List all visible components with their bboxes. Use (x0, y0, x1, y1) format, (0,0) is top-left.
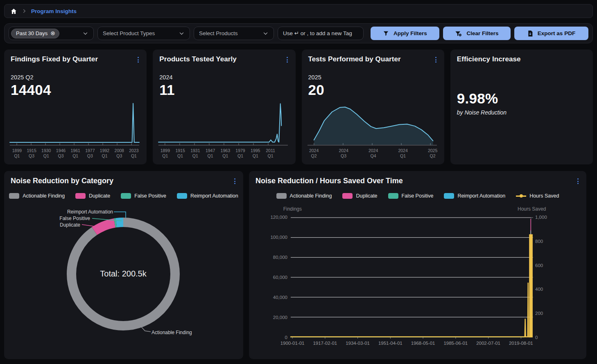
apply-filters-button[interactable]: Apply Filters (371, 27, 439, 40)
legend-swatch (342, 193, 353, 199)
legend-swatch (444, 193, 454, 199)
legend-item-duplicate[interactable]: Duplicate (75, 193, 110, 199)
card-title: Efficiency Increase (457, 55, 521, 63)
date-range-dropdown[interactable]: Past 30 Days ⊗ (9, 27, 94, 40)
legend-swatch (9, 193, 19, 199)
product-types-placeholder: Select Product Types (103, 30, 155, 36)
axis-tick-label: 1992Q1 (100, 148, 109, 159)
kebab-menu-icon[interactable] (136, 55, 140, 64)
axis-tick-label: 1963Q1 (221, 148, 230, 159)
right-axis-ticks: 1,0008006004002000 (535, 215, 564, 340)
axis-tick-label: 20,000 (273, 315, 287, 320)
card-findings-fixed: Findings Fixed by Quarter 2025 Q2 14404 … (4, 49, 147, 164)
axis-tick-label: 1899Q1 (12, 148, 22, 159)
panel-noise-hours-over-time: Noise Reduction / Hours Saved Over Time … (249, 171, 586, 359)
card-period: 2025 Q2 (11, 74, 140, 81)
kebab-menu-icon[interactable] (233, 177, 237, 186)
breadcrumb-separator-icon (21, 8, 27, 14)
legend-item-reimport-automation[interactable]: Reimport Automation (177, 193, 238, 199)
legend-item-actionable-finding[interactable]: Actionable Finding (9, 193, 65, 199)
panel-title: Noise Reduction / Hours Saved Over Time (256, 177, 403, 185)
tag-input[interactable] (278, 27, 364, 40)
home-icon[interactable] (10, 8, 17, 15)
clear-filters-button[interactable]: Clear Filters (443, 27, 511, 40)
axis-tick-label: 1934-03-01 (346, 340, 370, 346)
legend-item-false-positive[interactable]: False Positive (388, 193, 434, 199)
card-products-tested: Products Tested Yearly 2024 11 1899Q1191… (153, 49, 295, 164)
kebab-menu-icon[interactable] (434, 55, 438, 64)
axis-tick-label: 1900-01-01 (280, 340, 305, 346)
axis-tick-label: 2011Q1 (266, 148, 275, 159)
sparkline-x-labels: 1899Q11915Q31930Q11946Q31961Q11977Q31992… (10, 148, 142, 160)
card-period: 2024 (159, 74, 289, 81)
breadcrumb[interactable]: Program Insights (31, 8, 77, 14)
axis-tick-label: 1899Q1 (161, 148, 170, 159)
legend-swatch (75, 193, 86, 199)
legend-label: Actionable Finding (290, 193, 332, 199)
callout-duplicate: Duplicate (60, 222, 80, 228)
axis-tick-label: 1947Q1 (206, 148, 215, 159)
axis-tick-label: 60,000 (273, 275, 287, 280)
category-legend: Actionable FindingDuplicateFalse Positiv… (4, 193, 243, 199)
card-title: Tests Performed by Quarter (308, 55, 401, 63)
legend-item-duplicate[interactable]: Duplicate (342, 193, 377, 199)
axis-tick-label: 1930Q1 (41, 148, 51, 159)
card-value: 11 (159, 82, 289, 98)
timeseries-chart[interactable] (291, 218, 531, 337)
kebab-menu-icon[interactable] (285, 55, 289, 64)
area-chart (308, 105, 437, 146)
stat-cards-row: Findings Fixed by Quarter 2025 Q2 14404 … (4, 49, 593, 164)
legend-label: False Positive (402, 193, 434, 199)
axis-tick-label: 2002-07-01 (476, 340, 500, 346)
right-axis-title: Hours Saved (518, 206, 546, 212)
timeseries-x-labels: 1900-01-011917-02-011934-03-011951-04-01… (291, 340, 531, 348)
products-placeholder: Select Products (199, 30, 238, 36)
filter-icon (383, 30, 389, 36)
chevron-down-icon (179, 30, 185, 36)
chip-remove-icon[interactable]: ⊗ (50, 30, 55, 36)
callout-reimport-automation: Reimport Automation (67, 209, 113, 215)
sparkline-chart (158, 100, 288, 146)
axis-tick-label: 1985-06-01 (443, 340, 468, 346)
sparkline-x-labels: 1899Q11915Q11931Q11947Q11963Q11979Q11995… (158, 148, 290, 160)
legend-item-false-positive[interactable]: False Positive (121, 193, 166, 199)
legend-item-hours-saved[interactable]: Hours Saved (516, 193, 559, 199)
axis-tick-label: 1977Q3 (85, 148, 95, 159)
legend-line-dot-swatch (516, 193, 526, 199)
efficiency-value: 9.98% (457, 90, 586, 107)
legend-item-actionable-finding[interactable]: Actionable Finding (276, 193, 332, 199)
axis-tick-label: 1951-04-01 (378, 340, 403, 346)
legend-label: Hours Saved (529, 193, 559, 199)
axis-tick-label: 1,000 (535, 215, 547, 220)
legend-label: False Positive (134, 193, 166, 199)
kebab-menu-icon[interactable] (576, 177, 580, 186)
axis-tick-label: 200 (535, 311, 543, 316)
legend-label: Reimport Automation (190, 193, 238, 199)
chevron-down-icon (262, 30, 269, 36)
axis-tick-label: 2024Q3 (339, 148, 348, 159)
axis-tick-label: 2024Q4 (369, 148, 378, 159)
legend-swatch (177, 193, 187, 199)
axis-tick-label: 800 (535, 239, 543, 244)
area-chart-x-labels: 2024Q22024Q32024Q42024Q12025Q2 (308, 148, 439, 160)
export-pdf-button[interactable]: Export as PDF (514, 27, 588, 40)
axis-tick-label: 40,000 (273, 295, 287, 300)
axis-tick-label: 2023Q1 (129, 148, 138, 159)
products-dropdown[interactable]: Select Products (194, 27, 274, 40)
legend-label: Reimport Automation (457, 193, 505, 199)
axis-tick-label: 1915Q1 (175, 148, 185, 159)
card-period: 2025 (308, 74, 438, 81)
axis-tick-label: 1917-02-01 (313, 340, 337, 346)
pdf-download-icon (527, 30, 533, 37)
axis-tick-label: 600 (535, 263, 543, 268)
product-types-dropdown[interactable]: Select Product Types (97, 27, 190, 40)
callout-actionable-finding: Actionable Finding (152, 330, 192, 335)
timeseries-legend: Actionable FindingDuplicateFalse Positiv… (249, 193, 586, 199)
card-title: Findings Fixed by Quarter (11, 55, 98, 63)
filter-toolbar: Past 30 Days ⊗ Select Product Types Sele… (4, 23, 593, 43)
axis-tick-label: 80,000 (273, 255, 287, 260)
axis-tick-label: 400 (535, 287, 543, 292)
axis-tick-label: 1968-05-01 (411, 340, 435, 346)
axis-tick-label: 120,000 (270, 215, 287, 220)
legend-item-reimport-automation[interactable]: Reimport Automation (444, 193, 505, 199)
